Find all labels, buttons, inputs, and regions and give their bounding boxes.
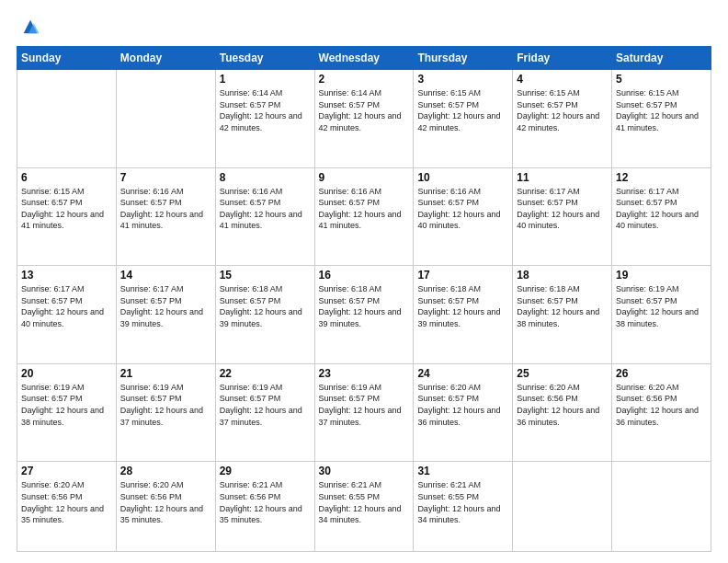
- day-number: 23: [319, 367, 410, 380]
- calendar-cell: 24Sunrise: 6:20 AM Sunset: 6:57 PM Dayli…: [414, 363, 513, 462]
- day-info: Sunrise: 6:20 AM Sunset: 6:56 PM Dayligh…: [616, 382, 707, 428]
- calendar-header-thursday: Thursday: [414, 47, 513, 70]
- calendar-week-1: 1Sunrise: 6:14 AM Sunset: 6:57 PM Daylig…: [17, 70, 711, 168]
- calendar-cell: 10Sunrise: 6:16 AM Sunset: 6:57 PM Dayli…: [414, 167, 513, 266]
- calendar-cell: 4Sunrise: 6:15 AM Sunset: 6:57 PM Daylig…: [513, 70, 612, 168]
- calendar-cell: 9Sunrise: 6:16 AM Sunset: 6:57 PM Daylig…: [314, 167, 414, 266]
- calendar-week-4: 20Sunrise: 6:19 AM Sunset: 6:57 PM Dayli…: [17, 363, 711, 462]
- day-info: Sunrise: 6:15 AM Sunset: 6:57 PM Dayligh…: [21, 186, 112, 232]
- calendar-week-5: 27Sunrise: 6:20 AM Sunset: 6:56 PM Dayli…: [17, 462, 711, 552]
- day-number: 14: [120, 269, 211, 282]
- day-number: 30: [319, 465, 410, 477]
- calendar-cell: [612, 462, 711, 552]
- calendar-cell: 18Sunrise: 6:18 AM Sunset: 6:57 PM Dayli…: [513, 266, 612, 364]
- calendar-cell: [513, 462, 612, 552]
- day-info: Sunrise: 6:14 AM Sunset: 6:57 PM Dayligh…: [319, 87, 410, 133]
- day-number: 26: [616, 367, 707, 380]
- calendar-cell: 15Sunrise: 6:18 AM Sunset: 6:57 PM Dayli…: [215, 266, 314, 364]
- calendar-cell: 14Sunrise: 6:17 AM Sunset: 6:57 PM Dayli…: [116, 266, 215, 364]
- calendar-week-3: 13Sunrise: 6:17 AM Sunset: 6:57 PM Dayli…: [17, 266, 711, 364]
- day-number: 31: [417, 465, 508, 477]
- calendar-cell: 12Sunrise: 6:17 AM Sunset: 6:57 PM Dayli…: [612, 167, 711, 266]
- calendar-cell: 25Sunrise: 6:20 AM Sunset: 6:56 PM Dayli…: [513, 363, 612, 462]
- calendar-header-sunday: Sunday: [17, 47, 117, 70]
- calendar-header-row: SundayMondayTuesdayWednesdayThursdayFrid…: [17, 47, 711, 70]
- day-info: Sunrise: 6:17 AM Sunset: 6:57 PM Dayligh…: [517, 186, 608, 232]
- day-info: Sunrise: 6:19 AM Sunset: 6:57 PM Dayligh…: [220, 382, 311, 428]
- day-info: Sunrise: 6:16 AM Sunset: 6:57 PM Dayligh…: [120, 186, 211, 232]
- calendar-cell: 26Sunrise: 6:20 AM Sunset: 6:56 PM Dayli…: [612, 363, 711, 462]
- calendar-cell: 21Sunrise: 6:19 AM Sunset: 6:57 PM Dayli…: [116, 363, 215, 462]
- day-info: Sunrise: 6:21 AM Sunset: 6:55 PM Dayligh…: [319, 479, 410, 525]
- day-info: Sunrise: 6:20 AM Sunset: 6:57 PM Dayligh…: [417, 382, 508, 428]
- day-info: Sunrise: 6:21 AM Sunset: 6:55 PM Dayligh…: [417, 479, 508, 525]
- calendar-cell: 5Sunrise: 6:15 AM Sunset: 6:57 PM Daylig…: [612, 70, 711, 168]
- day-number: 20: [21, 367, 112, 380]
- calendar-header-wednesday: Wednesday: [314, 47, 414, 70]
- day-info: Sunrise: 6:17 AM Sunset: 6:57 PM Dayligh…: [120, 283, 211, 329]
- calendar-cell: 19Sunrise: 6:19 AM Sunset: 6:57 PM Dayli…: [612, 266, 711, 364]
- day-number: 6: [21, 171, 112, 184]
- day-info: Sunrise: 6:19 AM Sunset: 6:57 PM Dayligh…: [21, 382, 112, 428]
- calendar-cell: 20Sunrise: 6:19 AM Sunset: 6:57 PM Dayli…: [17, 363, 117, 462]
- calendar-cell: 23Sunrise: 6:19 AM Sunset: 6:57 PM Dayli…: [314, 363, 414, 462]
- calendar-cell: 6Sunrise: 6:15 AM Sunset: 6:57 PM Daylig…: [17, 167, 117, 266]
- calendar-cell: 29Sunrise: 6:21 AM Sunset: 6:56 PM Dayli…: [215, 462, 314, 552]
- day-number: 25: [517, 367, 608, 380]
- day-info: Sunrise: 6:20 AM Sunset: 6:56 PM Dayligh…: [517, 382, 608, 428]
- day-number: 1: [220, 73, 311, 86]
- day-number: 12: [616, 171, 707, 184]
- day-number: 5: [616, 73, 707, 86]
- day-number: 2: [319, 73, 410, 86]
- calendar-cell: 13Sunrise: 6:17 AM Sunset: 6:57 PM Dayli…: [17, 266, 117, 364]
- day-info: Sunrise: 6:18 AM Sunset: 6:57 PM Dayligh…: [220, 283, 311, 329]
- calendar-header-saturday: Saturday: [612, 47, 711, 70]
- day-info: Sunrise: 6:17 AM Sunset: 6:57 PM Dayligh…: [21, 283, 112, 329]
- day-number: 28: [120, 465, 211, 477]
- day-number: 15: [220, 269, 311, 282]
- calendar-header-friday: Friday: [513, 47, 612, 70]
- day-number: 9: [319, 171, 410, 184]
- calendar-cell: 27Sunrise: 6:20 AM Sunset: 6:56 PM Dayli…: [17, 462, 117, 552]
- day-info: Sunrise: 6:18 AM Sunset: 6:57 PM Dayligh…: [517, 283, 608, 329]
- calendar-cell: 17Sunrise: 6:18 AM Sunset: 6:57 PM Dayli…: [414, 266, 513, 364]
- calendar-table: SundayMondayTuesdayWednesdayThursdayFrid…: [17, 46, 711, 552]
- day-number: 13: [21, 269, 112, 282]
- day-number: 27: [21, 465, 112, 477]
- calendar-cell: 28Sunrise: 6:20 AM Sunset: 6:56 PM Dayli…: [116, 462, 215, 552]
- day-number: 17: [417, 269, 508, 282]
- calendar-cell: 16Sunrise: 6:18 AM Sunset: 6:57 PM Dayli…: [314, 266, 414, 364]
- calendar-header-tuesday: Tuesday: [215, 47, 314, 70]
- day-number: 21: [120, 367, 211, 380]
- day-info: Sunrise: 6:20 AM Sunset: 6:56 PM Dayligh…: [120, 479, 211, 525]
- day-info: Sunrise: 6:15 AM Sunset: 6:57 PM Dayligh…: [517, 87, 608, 133]
- day-info: Sunrise: 6:19 AM Sunset: 6:57 PM Dayligh…: [616, 283, 707, 329]
- calendar-cell: 8Sunrise: 6:16 AM Sunset: 6:57 PM Daylig…: [215, 167, 314, 266]
- day-info: Sunrise: 6:15 AM Sunset: 6:57 PM Dayligh…: [616, 87, 707, 133]
- day-number: 22: [220, 367, 311, 380]
- day-number: 24: [417, 367, 508, 380]
- calendar-week-2: 6Sunrise: 6:15 AM Sunset: 6:57 PM Daylig…: [17, 167, 711, 266]
- day-info: Sunrise: 6:16 AM Sunset: 6:57 PM Dayligh…: [319, 186, 410, 232]
- calendar-header-monday: Monday: [116, 47, 215, 70]
- calendar-cell: [116, 70, 215, 168]
- day-info: Sunrise: 6:20 AM Sunset: 6:56 PM Dayligh…: [21, 479, 112, 525]
- calendar-cell: 1Sunrise: 6:14 AM Sunset: 6:57 PM Daylig…: [215, 70, 314, 168]
- calendar-cell: [17, 70, 117, 168]
- day-number: 16: [319, 269, 410, 282]
- day-info: Sunrise: 6:15 AM Sunset: 6:57 PM Dayligh…: [417, 87, 508, 133]
- day-info: Sunrise: 6:17 AM Sunset: 6:57 PM Dayligh…: [616, 186, 707, 232]
- day-info: Sunrise: 6:19 AM Sunset: 6:57 PM Dayligh…: [319, 382, 410, 428]
- day-info: Sunrise: 6:16 AM Sunset: 6:57 PM Dayligh…: [417, 186, 508, 232]
- day-number: 8: [220, 171, 311, 184]
- day-info: Sunrise: 6:21 AM Sunset: 6:56 PM Dayligh…: [220, 479, 311, 525]
- day-info: Sunrise: 6:14 AM Sunset: 6:57 PM Dayligh…: [220, 87, 311, 133]
- calendar-cell: 2Sunrise: 6:14 AM Sunset: 6:57 PM Daylig…: [314, 70, 414, 168]
- day-number: 18: [517, 269, 608, 282]
- calendar-cell: 7Sunrise: 6:16 AM Sunset: 6:57 PM Daylig…: [116, 167, 215, 266]
- day-info: Sunrise: 6:18 AM Sunset: 6:57 PM Dayligh…: [417, 283, 508, 329]
- day-info: Sunrise: 6:19 AM Sunset: 6:57 PM Dayligh…: [120, 382, 211, 428]
- day-number: 29: [220, 465, 311, 477]
- day-info: Sunrise: 6:16 AM Sunset: 6:57 PM Dayligh…: [220, 186, 311, 232]
- header: [17, 17, 711, 37]
